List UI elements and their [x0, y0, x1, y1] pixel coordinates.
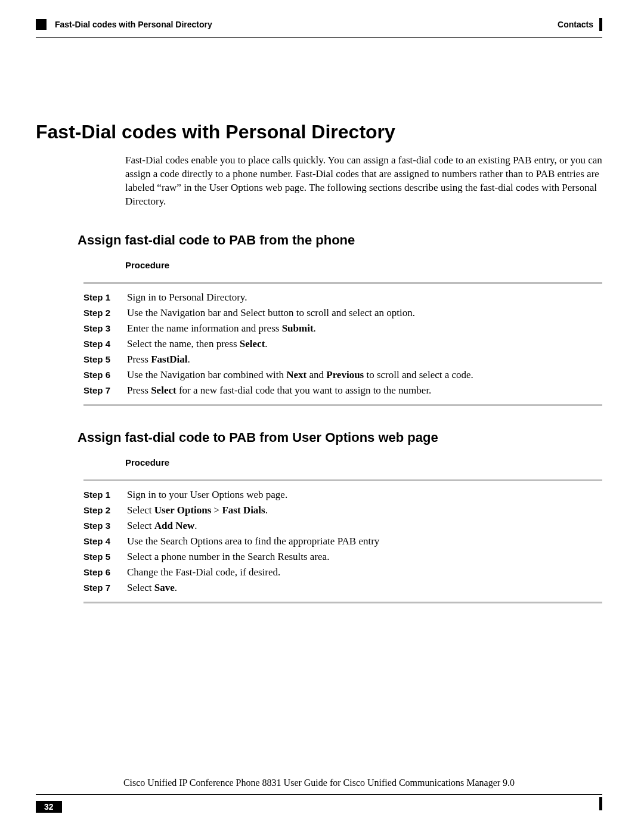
page-footer: Cisco Unified IP Conference Phone 8831 U…: [36, 784, 602, 813]
step-text: Use the Search Options area to find the …: [127, 535, 602, 547]
header-bar-icon: [599, 18, 602, 31]
procedure-rule-bottom: [83, 404, 602, 406]
step-row: Step 7Select Save.: [83, 580, 602, 596]
procedure-rule-bottom: [83, 602, 602, 603]
step-text: Press Select for a new fast-dial code th…: [127, 385, 602, 397]
step-label: Step 3: [83, 323, 116, 333]
step-row: Step 3Select Add New.: [83, 518, 602, 534]
page-header: Fast-Dial codes with Personal Directory …: [36, 18, 602, 31]
header-marker-icon: [36, 19, 47, 30]
step-text: Change the Fast-Dial code, if desired.: [127, 566, 602, 578]
step-text: Select Save.: [127, 582, 602, 594]
step-label: Step 1: [83, 490, 116, 500]
procedure-rule-top: [83, 479, 602, 481]
step-text: Use the Navigation bar and Select button…: [127, 307, 602, 319]
step-text: Select Add New.: [127, 520, 602, 532]
step-label: Step 5: [83, 354, 116, 364]
step-label: Step 7: [83, 385, 116, 395]
footer-right: [595, 797, 602, 810]
step-row: Step 2Use the Navigation bar and Select …: [83, 305, 602, 321]
step-label: Step 6: [83, 567, 116, 577]
footer-rule: [36, 794, 602, 795]
step-row: Step 1Sign in to Personal Directory.: [83, 290, 602, 305]
page-number: 32: [36, 801, 62, 813]
chapter-label: Contacts: [558, 20, 593, 29]
step-text: Select User Options > Fast Dials.: [127, 504, 602, 516]
step-label: Step 2: [83, 308, 116, 318]
procedure-rule-top: [83, 282, 602, 284]
step-label: Step 4: [83, 339, 116, 349]
procedure-steps: Step 1Sign in to your User Options web p…: [83, 487, 602, 596]
step-label: Step 6: [83, 370, 116, 380]
section1-heading: Assign fast-dial code to PAB from the ph…: [78, 233, 602, 248]
step-text: Sign in to your User Options web page.: [127, 489, 602, 501]
footer-doc-title: Cisco Unified IP Conference Phone 8831 U…: [36, 778, 602, 788]
section2-heading: Assign fast-dial code to PAB from User O…: [78, 430, 602, 445]
page-title: Fast-Dial codes with Personal Directory: [36, 121, 602, 143]
header-rule: [36, 37, 602, 38]
step-text: Select the name, then press Select.: [127, 338, 602, 350]
procedure-label: Procedure: [125, 260, 602, 270]
step-label: Step 4: [83, 536, 116, 546]
running-title: Fast-Dial codes with Personal Directory: [55, 20, 212, 29]
procedure-steps: Step 1Sign in to Personal Directory.Step…: [83, 290, 602, 398]
step-row: Step 6Change the Fast-Dial code, if desi…: [83, 565, 602, 580]
step-text: Select a phone number in the Search Resu…: [127, 551, 602, 563]
step-row: Step 2Select User Options > Fast Dials.: [83, 503, 602, 518]
step-label: Step 2: [83, 505, 116, 515]
procedure-label: Procedure: [125, 457, 602, 467]
header-left: Fast-Dial codes with Personal Directory: [36, 19, 212, 30]
step-row: Step 6Use the Navigation bar combined wi…: [83, 367, 602, 383]
step-label: Step 5: [83, 552, 116, 562]
step-row: Step 5Select a phone number in the Searc…: [83, 549, 602, 565]
step-row: Step 4Use the Search Options area to fin…: [83, 534, 602, 549]
step-row: Step 7Press Select for a new fast-dial c…: [83, 383, 602, 398]
step-text: Enter the name information and press Sub…: [127, 323, 602, 335]
step-row: Step 3Enter the name information and pre…: [83, 321, 602, 336]
step-row: Step 5Press FastDial.: [83, 352, 602, 367]
step-label: Step 7: [83, 583, 116, 593]
step-row: Step 4Select the name, then press Select…: [83, 336, 602, 352]
step-label: Step 3: [83, 521, 116, 531]
step-text: Press FastDial.: [127, 354, 602, 366]
step-label: Step 1: [83, 292, 116, 302]
header-right: Contacts: [558, 18, 602, 31]
page-number-wrap: 32: [36, 801, 62, 813]
footer-row: 32: [36, 797, 602, 813]
footer-bar-icon: [599, 797, 602, 810]
step-text: Sign in to Personal Directory.: [127, 292, 602, 304]
step-text: Use the Navigation bar combined with Nex…: [127, 369, 602, 381]
intro-paragraph: Fast-Dial codes enable you to place call…: [125, 154, 602, 209]
document-page: Fast-Dial codes with Personal Directory …: [0, 0, 644, 833]
step-row: Step 1Sign in to your User Options web p…: [83, 487, 602, 503]
